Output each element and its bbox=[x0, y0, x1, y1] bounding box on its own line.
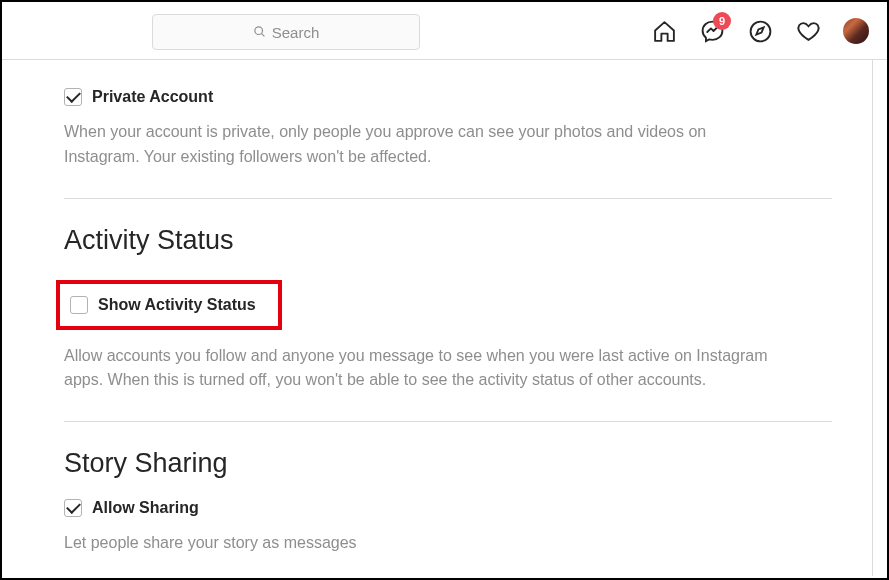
section-activity-status: Activity Status Show Activity Status All… bbox=[64, 225, 832, 394]
story-sharing-description: Let people share your story as messages bbox=[64, 531, 784, 556]
search-placeholder: Search bbox=[272, 24, 320, 41]
svg-point-0 bbox=[255, 26, 263, 34]
avatar[interactable] bbox=[843, 18, 869, 44]
messenger-icon[interactable]: 9 bbox=[699, 18, 725, 44]
show-activity-status-label: Show Activity Status bbox=[98, 296, 256, 314]
story-sharing-heading: Story Sharing bbox=[64, 448, 832, 479]
settings-content: Private Account When your account is pri… bbox=[2, 60, 873, 576]
private-account-description: When your account is private, only peopl… bbox=[64, 120, 784, 170]
private-account-checkbox[interactable] bbox=[64, 88, 82, 106]
nav-icons: 9 bbox=[651, 2, 869, 60]
search-input[interactable]: Search bbox=[152, 14, 420, 50]
top-nav: Search 9 bbox=[2, 2, 887, 60]
private-account-label: Private Account bbox=[92, 88, 213, 106]
highlighted-activity-setting: Show Activity Status bbox=[56, 280, 282, 330]
search-icon bbox=[253, 24, 266, 41]
heart-icon[interactable] bbox=[795, 18, 821, 44]
svg-line-1 bbox=[261, 33, 264, 36]
allow-sharing-row: Allow Sharing bbox=[64, 499, 832, 517]
allow-sharing-checkbox[interactable] bbox=[64, 499, 82, 517]
explore-icon[interactable] bbox=[747, 18, 773, 44]
svg-marker-3 bbox=[756, 27, 763, 34]
section-private-account: Private Account When your account is pri… bbox=[64, 88, 832, 170]
messenger-badge: 9 bbox=[713, 12, 731, 30]
private-account-row: Private Account bbox=[64, 88, 832, 106]
section-story-sharing: Story Sharing Allow Sharing Let people s… bbox=[64, 448, 832, 556]
divider bbox=[64, 421, 832, 422]
show-activity-status-checkbox[interactable] bbox=[70, 296, 88, 314]
activity-status-heading: Activity Status bbox=[64, 225, 832, 256]
svg-point-2 bbox=[750, 21, 770, 41]
activity-status-description: Allow accounts you follow and anyone you… bbox=[64, 344, 784, 394]
home-icon[interactable] bbox=[651, 18, 677, 44]
allow-sharing-label: Allow Sharing bbox=[92, 499, 199, 517]
divider bbox=[64, 198, 832, 199]
